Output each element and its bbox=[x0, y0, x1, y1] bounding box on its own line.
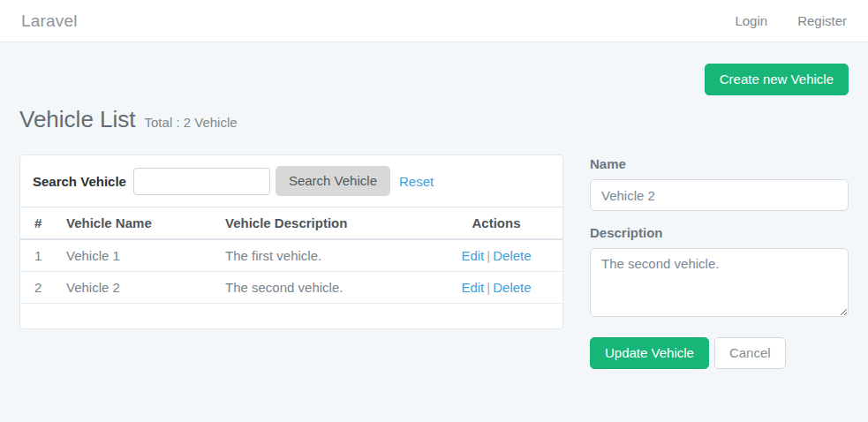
main-content: Create new Vehicle Vehicle List Total : … bbox=[0, 64, 868, 369]
row-number: 1 bbox=[20, 239, 56, 272]
search-label: Search Vehicle bbox=[33, 174, 126, 189]
edit-link[interactable]: Edit bbox=[461, 280, 484, 295]
actions-cell: Edit|Delete bbox=[430, 239, 562, 272]
vehicle-description-cell: The first vehicle. bbox=[215, 239, 430, 272]
actions-cell: Edit|Delete bbox=[430, 272, 562, 304]
login-link[interactable]: Login bbox=[735, 13, 767, 28]
column-header-actions: Actions bbox=[430, 207, 562, 240]
create-row: Create new Vehicle bbox=[19, 64, 849, 95]
brand-link[interactable]: Laravel bbox=[21, 11, 78, 31]
action-separator: | bbox=[487, 248, 490, 263]
description-label: Description bbox=[590, 225, 849, 240]
action-separator: | bbox=[487, 280, 490, 295]
vehicle-edit-form: Name Description The second vehicle. Upd… bbox=[590, 154, 849, 369]
total-count-text: Total : 2 Vehicle bbox=[145, 115, 238, 130]
name-input[interactable] bbox=[590, 179, 849, 211]
vehicle-list-card: Search Vehicle Search Vehicle Reset # Ve… bbox=[19, 154, 563, 329]
create-new-vehicle-button[interactable]: Create new Vehicle bbox=[705, 64, 849, 95]
vehicle-name-cell: Vehicle 1 bbox=[56, 239, 215, 272]
table-row: 2 Vehicle 2 The second vehicle. Edit|Del… bbox=[20, 272, 562, 304]
navbar: Laravel Login Register bbox=[0, 0, 868, 42]
update-vehicle-button[interactable]: Update Vehicle bbox=[590, 337, 709, 369]
vehicle-description-cell: The second vehicle. bbox=[215, 272, 430, 304]
row-number: 2 bbox=[20, 272, 56, 304]
column-header-num: # bbox=[20, 207, 56, 240]
delete-link[interactable]: Delete bbox=[493, 280, 531, 295]
column-header-description: Vehicle Description bbox=[215, 207, 430, 240]
vehicle-list-panel: Search Vehicle Search Vehicle Reset # Ve… bbox=[19, 154, 563, 329]
page-head: Vehicle List Total : 2 Vehicle bbox=[19, 106, 849, 133]
search-form: Search Vehicle Search Vehicle Reset bbox=[20, 155, 562, 207]
register-link[interactable]: Register bbox=[797, 13, 847, 28]
search-button[interactable]: Search Vehicle bbox=[275, 166, 390, 196]
name-field-group: Name bbox=[590, 156, 849, 211]
description-field-group: Description The second vehicle. bbox=[590, 225, 849, 321]
navbar-links: Login Register bbox=[735, 13, 847, 28]
vehicle-table: # Vehicle Name Vehicle Description Actio… bbox=[20, 207, 562, 304]
table-row: 1 Vehicle 1 The first vehicle. Edit|Dele… bbox=[20, 239, 562, 272]
delete-link[interactable]: Delete bbox=[493, 248, 531, 263]
edit-link[interactable]: Edit bbox=[461, 248, 484, 263]
cancel-button[interactable]: Cancel bbox=[714, 337, 786, 369]
page-title: Vehicle List bbox=[19, 106, 136, 133]
table-header-row: # Vehicle Name Vehicle Description Actio… bbox=[20, 207, 562, 240]
vehicle-name-cell: Vehicle 2 bbox=[56, 272, 215, 304]
column-header-name: Vehicle Name bbox=[56, 207, 215, 240]
form-buttons: Update Vehicle Cancel bbox=[590, 337, 849, 369]
search-input[interactable] bbox=[133, 168, 270, 195]
reset-link[interactable]: Reset bbox=[399, 174, 434, 189]
description-textarea[interactable]: The second vehicle. bbox=[590, 248, 849, 317]
name-label: Name bbox=[590, 156, 849, 171]
